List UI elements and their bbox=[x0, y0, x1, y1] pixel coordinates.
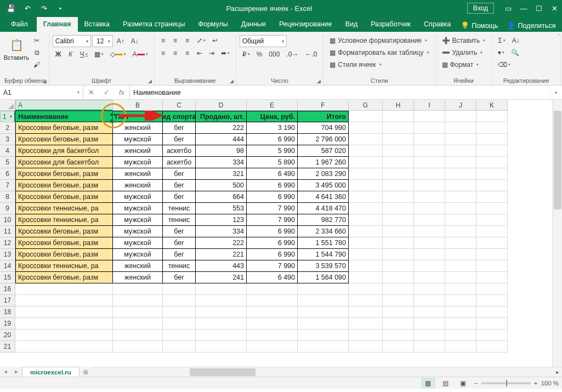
data-cell[interactable] bbox=[383, 295, 414, 306]
data-cell[interactable]: 664 bbox=[196, 191, 247, 203]
data-cell[interactable]: бег bbox=[163, 191, 196, 203]
data-cell[interactable] bbox=[445, 145, 476, 157]
data-cell[interactable] bbox=[113, 318, 163, 329]
header-cell[interactable] bbox=[383, 111, 414, 122]
data-cell[interactable]: 982 770 bbox=[298, 214, 349, 226]
data-cell[interactable] bbox=[414, 249, 445, 260]
data-cell[interactable]: 4 641 360 bbox=[298, 191, 349, 203]
maximize-icon[interactable]: ☐ bbox=[531, 0, 547, 16]
data-cell[interactable] bbox=[383, 329, 414, 341]
data-cell[interactable] bbox=[414, 157, 445, 168]
data-cell[interactable]: 2 796 000 bbox=[298, 134, 349, 145]
number-format-select[interactable]: Общий bbox=[240, 35, 287, 47]
data-cell[interactable]: бег bbox=[163, 237, 196, 249]
format-cells-button[interactable]: ▦Формат bbox=[439, 59, 489, 70]
data-cell[interactable] bbox=[349, 237, 383, 249]
data-cell[interactable]: женский bbox=[113, 145, 163, 157]
column-header[interactable]: K bbox=[476, 100, 508, 111]
data-cell[interactable] bbox=[349, 306, 383, 318]
align-right-icon[interactable]: ≡ bbox=[182, 48, 193, 59]
data-cell[interactable]: 6 990 bbox=[247, 237, 298, 249]
data-cell[interactable] bbox=[349, 191, 383, 203]
data-cell[interactable] bbox=[476, 157, 508, 168]
sheet-nav-next-icon[interactable]: ► bbox=[11, 367, 22, 377]
data-cell[interactable] bbox=[196, 295, 247, 306]
data-cell[interactable] bbox=[383, 341, 414, 353]
data-cell[interactable]: Кроссовки беговые, разм bbox=[15, 134, 113, 145]
sheet-nav-prev-icon[interactable]: ◄ bbox=[0, 367, 11, 377]
data-cell[interactable]: аскетбо bbox=[163, 157, 196, 168]
data-cell[interactable] bbox=[247, 329, 298, 341]
data-cell[interactable] bbox=[15, 329, 113, 341]
row-header[interactable]: 19 bbox=[0, 318, 15, 329]
bold-button[interactable]: Ж bbox=[53, 49, 64, 60]
data-cell[interactable] bbox=[349, 295, 383, 306]
tab-file[interactable]: Файл bbox=[2, 17, 37, 32]
worksheet-grid[interactable]: ABCDEFGHIJK 1234567891011121314151617181… bbox=[0, 100, 562, 377]
data-cell[interactable] bbox=[414, 341, 445, 353]
data-cell[interactable] bbox=[445, 191, 476, 203]
data-cell[interactable] bbox=[298, 295, 349, 306]
data-cell[interactable] bbox=[414, 329, 445, 341]
data-cell[interactable]: Кроссовки беговые, разм bbox=[15, 168, 113, 180]
expand-formula-bar-icon[interactable]: ▾ bbox=[550, 86, 562, 99]
data-cell[interactable] bbox=[298, 306, 349, 318]
dialog-launcher-icon[interactable]: ◢ bbox=[230, 78, 234, 84]
find-select-icon[interactable]: 🔍 bbox=[508, 47, 522, 58]
data-cell[interactable] bbox=[476, 329, 508, 341]
align-left-icon[interactable]: ≡ bbox=[158, 48, 169, 59]
header-cell[interactable]: Цена, руб. bbox=[247, 111, 298, 122]
data-cell[interactable]: бег bbox=[163, 226, 196, 237]
data-cell[interactable] bbox=[414, 260, 445, 272]
data-cell[interactable]: 3 190 bbox=[247, 122, 298, 134]
data-cell[interactable] bbox=[445, 306, 476, 318]
data-cell[interactable] bbox=[414, 134, 445, 145]
data-cell[interactable]: Кроссовки беговые, разм bbox=[15, 191, 113, 203]
row-header[interactable]: 9 bbox=[0, 203, 15, 214]
data-cell[interactable]: теннис bbox=[163, 203, 196, 214]
data-cell[interactable] bbox=[349, 180, 383, 191]
data-cell[interactable]: 1 551 780 bbox=[298, 237, 349, 249]
data-cell[interactable]: 6 990 bbox=[247, 180, 298, 191]
data-cell[interactable] bbox=[445, 249, 476, 260]
data-cell[interactable] bbox=[383, 237, 414, 249]
cancel-edit-icon[interactable]: ✕ bbox=[83, 86, 99, 99]
data-cell[interactable] bbox=[445, 272, 476, 283]
data-cell[interactable]: Кроссовки беговые, разм bbox=[15, 249, 113, 260]
data-cell[interactable] bbox=[113, 329, 163, 341]
data-cell[interactable] bbox=[113, 295, 163, 306]
tab-developer[interactable]: Разработчик bbox=[364, 17, 417, 32]
data-cell[interactable]: мужской bbox=[113, 134, 163, 145]
data-cell[interactable] bbox=[445, 318, 476, 329]
percent-icon[interactable]: % bbox=[254, 49, 265, 60]
data-cell[interactable]: 222 bbox=[196, 122, 247, 134]
row-header[interactable]: 7 bbox=[0, 180, 15, 191]
data-cell[interactable]: 3 539 570 bbox=[298, 260, 349, 272]
redo-icon[interactable]: ↷ bbox=[36, 0, 52, 16]
select-all-corner[interactable] bbox=[0, 100, 15, 111]
data-cell[interactable]: бег bbox=[163, 122, 196, 134]
data-cell[interactable]: Кроссовки беговые, разм bbox=[15, 237, 113, 249]
data-cell[interactable] bbox=[414, 295, 445, 306]
column-header[interactable]: J bbox=[445, 100, 476, 111]
data-cell[interactable] bbox=[196, 306, 247, 318]
data-cell[interactable]: 7 990 bbox=[247, 214, 298, 226]
data-cell[interactable]: бег bbox=[163, 168, 196, 180]
header-cell[interactable] bbox=[414, 111, 445, 122]
row-header[interactable]: 12 bbox=[0, 237, 15, 249]
data-cell[interactable] bbox=[298, 283, 349, 295]
data-cell[interactable] bbox=[383, 168, 414, 180]
borders-icon[interactable]: ▦ bbox=[92, 49, 106, 60]
data-cell[interactable] bbox=[445, 237, 476, 249]
data-cell[interactable] bbox=[196, 341, 247, 353]
data-cell[interactable] bbox=[349, 283, 383, 295]
formula-input[interactable]: Наименование bbox=[130, 86, 550, 99]
data-cell[interactable] bbox=[15, 318, 113, 329]
dialog-launcher-icon[interactable]: ◢ bbox=[148, 78, 152, 84]
data-cell[interactable] bbox=[476, 306, 508, 318]
ribbon-options-icon[interactable]: ▭ bbox=[501, 0, 516, 16]
italic-button[interactable]: К bbox=[65, 49, 76, 60]
data-cell[interactable] bbox=[349, 249, 383, 260]
header-cell[interactable]: ид спорта bbox=[163, 111, 196, 122]
data-cell[interactable]: мужской bbox=[113, 157, 163, 168]
